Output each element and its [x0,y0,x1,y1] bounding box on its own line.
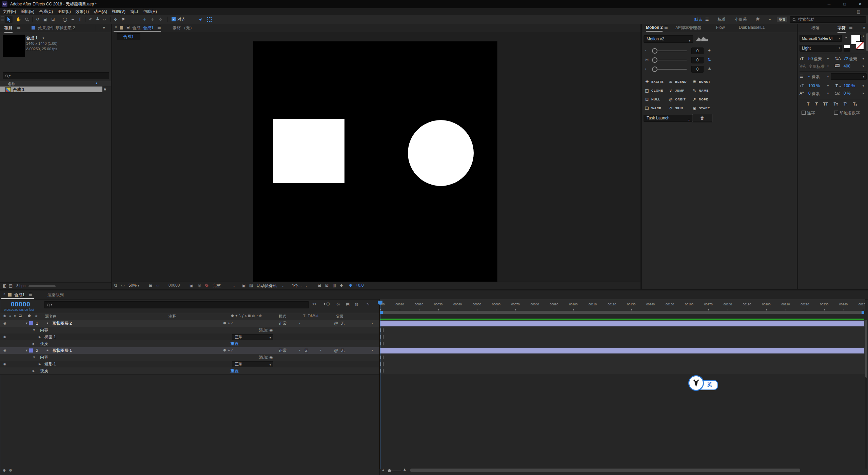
mask-region-icon[interactable] [207,17,212,22]
parent-value[interactable]: 无 [340,320,344,327]
shape-tool[interactable]: ◯ [62,17,67,22]
motion-button-clone[interactable]: ◫CLONE [645,88,668,93]
motion-preset-select[interactable]: Motion v2 ▾ [644,35,693,43]
exposure-value[interactable]: +0.0 [356,283,364,288]
timeline-row-prop-2[interactable]: ◉▶椭圆 1正常▾ [0,334,379,341]
slider-knob-2[interactable] [652,66,657,72]
viewer-lock-icon[interactable]: ⬓ [126,25,130,29]
shape-name[interactable]: 椭圆 1 [44,334,56,340]
eye-icon[interactable]: ◉ [3,361,6,367]
slider-expand-icon-0[interactable]: ‹ [645,49,646,52]
mini-flowchart-icon[interactable]: ♣ [340,283,343,288]
group-name[interactable]: 内容 [40,354,48,361]
source-name-column[interactable]: 源名称 [45,314,56,319]
zoom-tool[interactable] [25,17,28,22]
timeline-track-3[interactable] [380,340,865,347]
parent-value[interactable]: 无 [340,347,344,354]
layer-duration-bar[interactable] [380,321,864,326]
motion-button-name[interactable]: ✎NAME [692,88,714,93]
timeline-row-prop-6[interactable]: ◉▶矩形 1正常▾ [0,361,379,368]
show-snapshot-icon[interactable]: ◉ [198,283,201,288]
updown-icon[interactable]: ⇅ [708,57,711,62]
horizontal-scale-value[interactable]: 100 % [844,83,855,88]
ime-mode-label[interactable]: 英 [707,382,712,388]
character-scrollbar[interactable] [866,33,868,51]
project-scrollbar[interactable] [28,285,56,287]
parent-column[interactable]: 父级 [336,314,343,319]
composition-mini-flowchart-icon[interactable]: ⚯ [313,302,316,306]
project-search-box[interactable]: ▾ [3,72,109,79]
bw-swatch[interactable] [844,48,850,52]
motion-button-null[interactable]: ⊡NULL [645,97,668,102]
eye-icon[interactable]: ◉ [3,320,6,327]
pan-behind-tool[interactable]: ⊡ [51,17,55,22]
baseline-shift-caret[interactable]: ▼ [827,92,829,95]
menu-item-8[interactable]: 帮助(H) [143,9,157,15]
faux-italic-icon[interactable]: T [815,102,817,107]
expand-arrow-icon[interactable]: ▼ [33,354,36,361]
timeline-track-2[interactable] [380,334,865,341]
timeline-row-layer-2[interactable]: ◉▼2★形状图层 1⚉✦∕正常▾无▾@无▾ [0,347,379,354]
camera-select[interactable]: 活动摄像机 ▾ [257,283,283,289]
exposure-reset-icon[interactable]: ❉ [349,283,352,288]
tsume-caret[interactable]: ▼ [862,92,865,95]
font-size-value[interactable]: 50 [808,56,813,61]
all-caps-icon[interactable]: TT [823,102,828,107]
menu-layout-icon[interactable]: ▤ [857,9,861,14]
project-tab[interactable]: 项目 [4,25,13,33]
layer-duration-bar[interactable] [380,348,864,354]
motion-blur-icon[interactable]: ◍ [355,302,358,306]
eraser-tool[interactable]: ▱ [103,17,106,22]
tab-duik[interactable]: Duik BasselL1 [739,25,765,30]
timeline-zoom-slider[interactable] [387,471,401,471]
workspace-overflow-icon[interactable]: » [769,17,771,22]
slider-value-1[interactable]: 0 [691,57,704,63]
t-column[interactable]: T [303,314,305,318]
pin-tool[interactable]: ⚑ [121,17,125,22]
timeline-toggle-2-icon[interactable]: ⚙ [9,468,12,473]
maximize-button[interactable]: □ [837,2,852,6]
bpc-label[interactable]: 8 bpc [16,284,25,288]
transparency-grid-icon[interactable]: ▨ [249,283,253,288]
add-button-icon[interactable]: ◉ [269,327,273,334]
expand-arrow-icon[interactable]: ▶ [39,334,41,340]
leading-value[interactable]: 72 [844,56,848,61]
character-overflow-icon[interactable]: » [863,25,865,30]
project-list-header[interactable]: 名称 ▲ [0,81,111,87]
kerning-caret[interactable]: ▼ [827,65,829,68]
selection-tool[interactable] [5,16,13,23]
tracking-caret[interactable]: ▼ [862,65,865,68]
vertical-scale-caret[interactable]: ▼ [827,84,829,88]
slider-expand-icon-1[interactable]: ⋈ [645,58,649,61]
timeline-row-reset-7[interactable]: ▶变换重置 [0,367,379,375]
axis-world-icon[interactable]: ✛ [151,17,154,22]
menu-item-3[interactable]: 图层(L) [58,9,71,15]
grid-options-icon[interactable]: ⊞ [149,283,152,288]
eye-icon[interactable]: ◉ [3,334,6,340]
ime-logo-circle[interactable] [688,375,704,391]
motion-button-stare[interactable]: ◉STARE [692,106,714,111]
workspace-menu-icon[interactable]: ☰ [705,17,709,22]
kerning-value[interactable]: 度量标准 [808,64,825,70]
eye-icon[interactable]: ◉ [3,347,6,354]
motion-button-spin[interactable]: ↻SPIN [668,106,692,111]
parent-caret[interactable]: ▾ [372,320,373,327]
playhead-line[interactable] [380,301,380,469]
character-tab[interactable]: 字符 [837,25,846,33]
group-name[interactable]: 内容 [40,327,48,334]
eyedropper-icon[interactable]: ✑ [844,35,847,40]
tracking-value[interactable]: 400 [844,64,850,69]
layer-label-swatch[interactable] [29,348,33,353]
comment-column[interactable]: 注释 [169,314,176,319]
flowchart-icon[interactable]: ♣ [104,87,106,91]
blend-mode-caret[interactable]: ▾ [299,347,300,354]
expand-arrow-icon[interactable]: ▼ [33,327,36,334]
sort-ascending-icon[interactable]: ▲ [95,81,98,85]
tsume-value[interactable]: 0 % [844,91,851,96]
footage-tab[interactable]: 素材 （无） [173,25,194,31]
resolution-select[interactable]: 完整 ▾ [213,283,235,289]
camera-tool[interactable]: ▣ [43,17,47,22]
workspace-tab-2[interactable]: 小屏幕 [735,17,747,22]
work-area-start-handle[interactable] [380,311,383,314]
slider-value-2[interactable]: 0 [691,66,704,73]
